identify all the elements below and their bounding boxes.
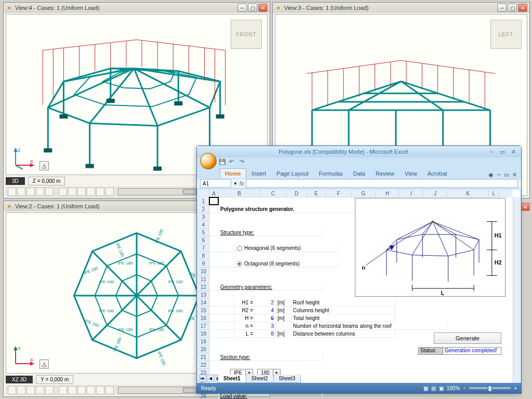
section-type-label: Section type:	[219, 353, 323, 361]
view-mode-label[interactable]: XZ 3D	[6, 376, 33, 383]
formula-input[interactable]	[246, 179, 518, 188]
tool-button[interactable]	[59, 188, 67, 196]
tool-button[interactable]	[36, 386, 44, 394]
svg-rect-40	[174, 101, 182, 105]
office-button[interactable]	[200, 153, 217, 169]
tool-button[interactable]	[45, 188, 54, 196]
view-normal-icon[interactable]: ▦	[423, 385, 428, 391]
svg-line-63	[401, 60, 496, 73]
sheet-prev-button[interactable]: ◀	[207, 375, 214, 382]
sheet-first-button[interactable]: ⏮	[199, 375, 206, 382]
param-h-value[interactable]: 6	[255, 314, 276, 322]
tool-button[interactable]	[17, 188, 25, 196]
zoom-out-button[interactable]: −	[463, 385, 466, 391]
restore-workbook-button[interactable]: ▭	[504, 171, 509, 178]
tool-button[interactable]	[87, 386, 95, 394]
ribbon-tab-formulas[interactable]: Formulas	[314, 169, 348, 178]
svg-text:IPE 180: IPE 180	[99, 309, 114, 313]
tool-button[interactable]	[45, 386, 54, 394]
tool-button[interactable]	[8, 386, 16, 394]
name-box[interactable]: A1	[200, 179, 231, 188]
minimize-ribbon-button[interactable]: ─	[497, 171, 501, 178]
sheet-tab-2[interactable]: Sheet2	[246, 375, 274, 383]
close-workbook-button[interactable]: ✕	[512, 171, 517, 178]
coord-readout: Z = 0,000 m	[28, 177, 65, 185]
tool-button[interactable]	[8, 188, 16, 196]
ribbon-tab-home[interactable]: Home	[220, 168, 246, 178]
tool-button[interactable]	[59, 386, 67, 394]
save-icon[interactable]: 💾	[219, 158, 227, 167]
close-button[interactable]: ✕	[518, 4, 527, 12]
axis-gizmo[interactable]: ZX	[10, 145, 35, 170]
param-l-value[interactable]: 8	[255, 330, 276, 338]
view-expand-button[interactable]: △	[39, 161, 49, 170]
view-layout-icon[interactable]: ▤	[431, 385, 436, 391]
radio-hexagonal[interactable]: Hexagonal (6 segments)	[235, 244, 339, 252]
quick-access-toolbar: 💾 ↶ ↷	[197, 157, 521, 168]
ribbon-tab-insert[interactable]: Insert	[247, 169, 271, 178]
svg-rect-37	[153, 167, 162, 171]
tool-button[interactable]	[96, 188, 104, 196]
zoom-in-button[interactable]: +	[514, 385, 517, 391]
ribbon-tab-view[interactable]: View	[400, 169, 422, 178]
redo-icon[interactable]: ↷	[240, 158, 248, 167]
tool-button[interactable]	[77, 386, 86, 394]
svg-marker-109	[14, 346, 18, 350]
excel-grid[interactable]: ABCDEFGHIJKL 123456789101112131415161718…	[198, 190, 520, 383]
maximize-button[interactable]: ▢	[248, 4, 257, 12]
radio-octagonal[interactable]: Octagonal (8 segments)	[235, 260, 339, 268]
minimize-button[interactable]: ─	[237, 4, 247, 12]
zoom-slider[interactable]	[469, 387, 511, 389]
tool-button[interactable]	[36, 188, 44, 196]
close-button[interactable]: ✕	[509, 148, 518, 155]
svg-line-19	[43, 40, 137, 50]
tool-button[interactable]	[96, 386, 104, 394]
excel-statusbar: Ready ▦ ▤ ▣ 100% − +	[197, 383, 521, 393]
tool-button[interactable]	[68, 386, 76, 394]
view3-title: View:3 - Cases: 1 (Uniform Load)	[284, 5, 497, 11]
ribbon-tab-review[interactable]: Review	[371, 169, 399, 178]
param-h1-value[interactable]: 2	[255, 299, 276, 307]
axis-gizmo[interactable]: YX	[10, 344, 35, 369]
ribbon-tab-acrobat[interactable]: Acrobat	[423, 169, 452, 178]
fx-label[interactable]: fx	[240, 180, 244, 187]
excel-titlebar[interactable]: Polygone.xls [Compatibility Mode] - Micr…	[197, 146, 521, 157]
view3-titlebar[interactable]: R View:3 - Cases: 1 (Uniform Load) ─ ▢ ✕	[273, 3, 529, 13]
generate-button[interactable]: Generate	[434, 332, 501, 344]
viewcube[interactable]: LEFT	[490, 20, 522, 49]
formula-bar: A1 ▼ fx	[197, 178, 521, 189]
tool-button[interactable]	[77, 188, 86, 196]
restore-button[interactable]: ▭	[498, 148, 507, 155]
tool-button[interactable]	[105, 386, 114, 394]
ribbon-tab-data[interactable]: Data	[349, 169, 370, 178]
ribbon-tab-page-layout[interactable]: Page Layout	[272, 169, 313, 178]
undo-icon[interactable]: ↶	[229, 158, 237, 167]
tool-button[interactable]	[105, 188, 114, 196]
tool-button[interactable]	[87, 188, 95, 196]
tool-button[interactable]	[68, 188, 76, 196]
view-break-icon[interactable]: ▣	[439, 385, 444, 391]
view-expand-button[interactable]: △	[39, 360, 49, 369]
tool-button[interactable]	[26, 188, 35, 196]
svg-marker-44	[14, 148, 18, 152]
param-n-value[interactable]: 3	[255, 322, 276, 330]
close-button[interactable]: ✕	[258, 4, 268, 12]
tool-button[interactable]	[26, 386, 35, 394]
maximize-button[interactable]: ▢	[508, 4, 517, 12]
svg-line-87	[92, 296, 137, 340]
close-button[interactable]: ✕	[521, 203, 530, 211]
vertical-scrollbar[interactable]	[513, 197, 520, 383]
svg-line-128	[433, 222, 456, 235]
view-mode-label[interactable]: 3D	[6, 177, 25, 185]
help-icon[interactable]: ◉	[488, 171, 494, 178]
minimize-button[interactable]: ─	[497, 4, 507, 12]
minimize-button[interactable]: ─	[487, 148, 496, 155]
tool-button[interactable]	[17, 386, 25, 394]
geometry-diagram: H1 H2 L n	[355, 198, 506, 297]
sheet-tab-1[interactable]: Sheet1	[218, 375, 246, 383]
viewcube[interactable]: FRONT	[231, 20, 262, 49]
zoom-level[interactable]: 100%	[447, 385, 460, 391]
view4-titlebar[interactable]: R View:4 - Cases: 1 (Uniform Load) ─ ▢ ✕	[4, 3, 270, 13]
param-h2-value[interactable]: 4	[255, 307, 276, 314]
sheet-tab-3[interactable]: Sheet3	[273, 375, 301, 383]
